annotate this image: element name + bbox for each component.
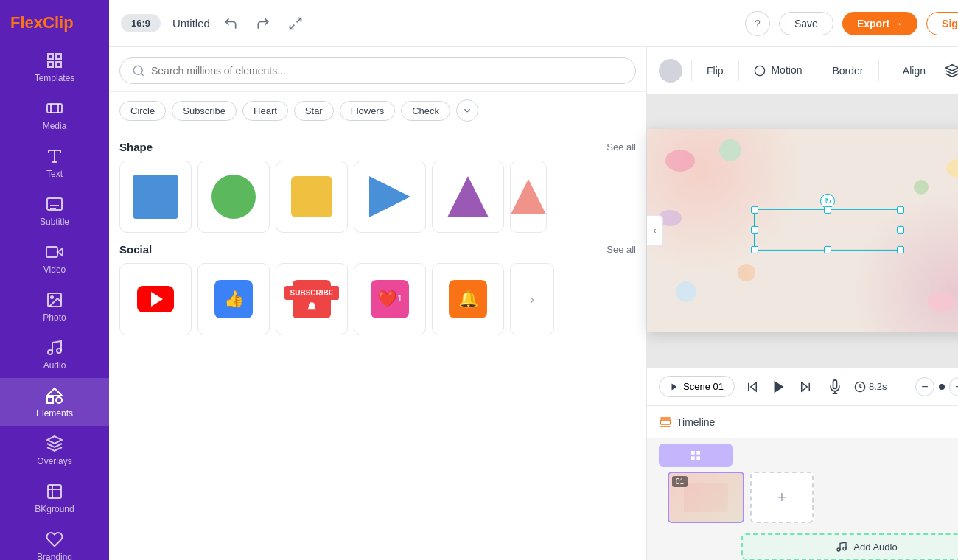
mid-handle-ml[interactable]: [751, 226, 758, 234]
sidebar-item-video[interactable]: Video: [0, 234, 109, 282]
mid-handle-mr[interactable]: [897, 226, 904, 234]
image-icon: [46, 291, 63, 309]
corner-handle-tr[interactable]: [897, 206, 904, 214]
color-picker-button[interactable]: [659, 59, 682, 83]
social-card-subscribe[interactable]: SUBSCRIBE: [276, 263, 348, 335]
scene-thumbnail-1[interactable]: 01: [668, 472, 744, 523]
svg-point-15: [51, 296, 53, 298]
redo-button[interactable]: [251, 12, 275, 35]
sidebar-item-photo[interactable]: Photo: [0, 282, 109, 330]
fullscreen-button[interactable]: [284, 12, 307, 35]
sidebar-item-templates[interactable]: Templates: [0, 43, 109, 91]
svg-marker-21: [47, 436, 62, 444]
clock-icon: [854, 381, 866, 393]
align-button[interactable]: Align: [897, 60, 931, 81]
tag-circle[interactable]: Circle: [119, 101, 166, 121]
play-button[interactable]: [766, 374, 792, 400]
corner-handle-br[interactable]: [897, 246, 904, 253]
sidebar-item-bkground[interactable]: BKground: [0, 474, 109, 522]
sidebar-item-label: Overlays: [37, 456, 71, 466]
shape-card-rounded-rect[interactable]: [276, 161, 348, 233]
flip-button[interactable]: Flip: [701, 60, 730, 81]
scene-button[interactable]: Scene 01: [659, 376, 735, 397]
undo-button[interactable]: [219, 12, 242, 35]
fullscreen-icon: [288, 16, 303, 31]
social-card-bell[interactable]: 🔔: [432, 263, 504, 335]
svg-rect-48: [691, 456, 695, 460]
motion-button[interactable]: Motion: [748, 60, 808, 81]
svg-point-17: [57, 349, 61, 353]
sidebar-item-text[interactable]: Text: [0, 139, 109, 186]
layers-button[interactable]: [940, 59, 958, 83]
save-button[interactable]: Save: [779, 12, 833, 35]
corner-handle-tl[interactable]: [751, 206, 758, 214]
svg-rect-1: [56, 54, 61, 59]
sidebar-item-branding[interactable]: Branding: [0, 522, 109, 560]
signup-button[interactable]: Sign Up: [926, 12, 958, 35]
sidebar-item-label: Text: [46, 169, 63, 179]
tag-flowers[interactable]: Flowers: [340, 101, 396, 121]
logo-text: FlexClip: [10, 13, 74, 32]
spacer: [744, 444, 814, 467]
project-title[interactable]: Untitled: [172, 17, 210, 29]
sidebar-item-label: Subtitle: [40, 217, 69, 227]
heart-like-icon: ❤️1: [371, 280, 409, 318]
shape-card-triangle-up[interactable]: [432, 161, 504, 233]
mid-handle-tm[interactable]: [824, 206, 831, 214]
timeline-track-1[interactable]: [659, 444, 733, 467]
canvas-area: ‹ ↻: [647, 94, 958, 367]
collapse-panel-button[interactable]: ‹: [647, 215, 663, 246]
social-grid: 👍 SUBSCRIBE ❤️1: [119, 263, 636, 335]
shape-see-all[interactable]: See all: [606, 141, 636, 153]
social-see-all[interactable]: See all: [606, 244, 636, 255]
shape-card-partial[interactable]: [510, 161, 547, 233]
shape-card-rect[interactable]: [119, 161, 192, 233]
tag-heart[interactable]: Heart: [242, 101, 288, 121]
corner-handle-bl[interactable]: [751, 246, 758, 253]
border-button[interactable]: Border: [826, 60, 869, 81]
right-panel: Flip Motion Border Align: [647, 47, 958, 560]
svg-line-24: [290, 24, 294, 29]
tag-more-button[interactable]: [456, 99, 478, 122]
add-scene-button[interactable]: +: [750, 472, 814, 523]
export-button[interactable]: Export →: [842, 12, 917, 35]
search-input[interactable]: [151, 65, 623, 77]
aspect-ratio-badge[interactable]: 16:9: [121, 14, 161, 32]
help-button[interactable]: ?: [745, 11, 770, 36]
social-card-partial[interactable]: ›: [510, 263, 554, 335]
social-card-heart-like[interactable]: ❤️1: [354, 263, 426, 335]
layers-icon: [945, 63, 958, 78]
add-audio-label: Add Audio: [853, 542, 897, 553]
tag-check[interactable]: Check: [401, 101, 450, 121]
sidebar-item-overlays[interactable]: Overlays: [0, 426, 109, 474]
social-card-like[interactable]: 👍: [197, 263, 270, 335]
shape-card-triangle-right[interactable]: [354, 161, 426, 233]
candy-4: [676, 281, 696, 302]
sidebar-item-label: Templates: [35, 73, 75, 83]
candy-9: [914, 180, 929, 195]
svg-rect-4: [47, 104, 62, 113]
tag-subscribe[interactable]: Subscribe: [172, 101, 237, 121]
shape-section-header: Shape See all: [119, 141, 636, 153]
sidebar-item-subtitle[interactable]: Subtitle: [0, 186, 109, 234]
svg-marker-28: [447, 176, 489, 217]
track-icon: [690, 449, 702, 461]
shape-card-circle[interactable]: [197, 161, 270, 233]
skip-forward-button[interactable]: [795, 377, 816, 397]
mid-handle-bm[interactable]: [824, 246, 831, 253]
add-audio-bar[interactable]: Add Audio: [741, 533, 958, 560]
social-card-youtube[interactable]: [119, 263, 192, 335]
sidebar-item-media[interactable]: Media: [0, 91, 109, 139]
search-icon: [132, 64, 145, 77]
blue-triangle-right: [369, 176, 410, 217]
timeline-tab[interactable]: Timeline: [659, 416, 715, 429]
microphone-button[interactable]: [823, 375, 847, 399]
svg-marker-20: [47, 388, 62, 396]
background-icon: [46, 483, 63, 500]
sidebar-item-elements[interactable]: Elements: [0, 378, 109, 426]
zoom-out-button[interactable]: −: [915, 377, 934, 396]
sidebar-item-audio[interactable]: Audio: [0, 330, 109, 378]
zoom-in-button[interactable]: +: [949, 377, 958, 396]
skip-back-button[interactable]: [742, 377, 763, 397]
tag-star[interactable]: Star: [294, 101, 334, 121]
